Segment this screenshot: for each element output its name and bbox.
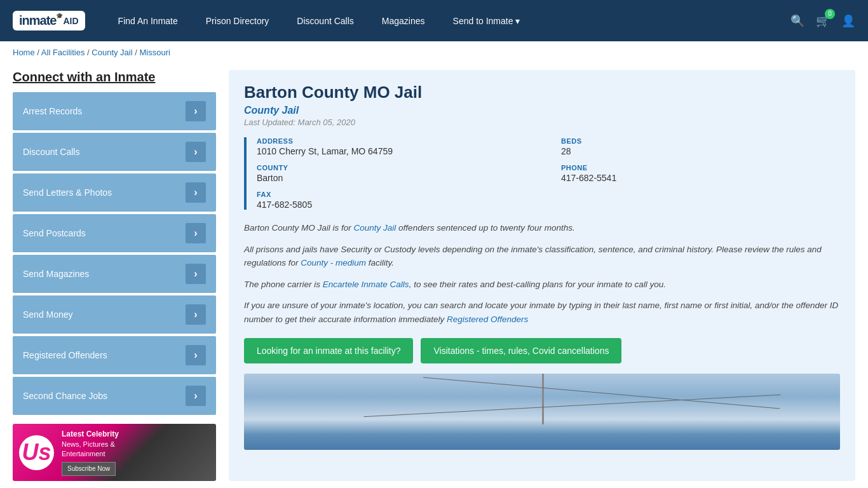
sidebar-item-label: Registered Offenders <box>23 350 107 360</box>
breadcrumb-home[interactable]: Home <box>13 48 35 57</box>
desc4-pre: If you are unsure of your inmate's locat… <box>244 301 838 324</box>
breadcrumb-state[interactable]: Missouri <box>139 48 170 57</box>
ad-banner[interactable]: Us Latest Celebrity News, Pictures & Ent… <box>13 424 216 481</box>
facility-content: Barton County MO Jail County Jail Last U… <box>229 70 855 481</box>
breadcrumb-all-facilities[interactable]: All Facilities <box>41 48 85 57</box>
arrow-icon: › <box>186 386 206 406</box>
desc-para-4: If you are unsure of your inmate's locat… <box>244 299 840 326</box>
ad-text: Latest Celebrity News, Pictures & Entert… <box>62 429 119 476</box>
facility-info-grid: ADDRESS 1010 Cherry St, Lamar, MO 64759 … <box>257 137 840 210</box>
sidebar-item-send-postcards[interactable]: Send Postcards › <box>13 214 216 252</box>
photo-wire2 <box>363 394 780 416</box>
nav-magazines[interactable]: Magazines <box>368 0 439 41</box>
sidebar-item-label: Arrest Records <box>23 106 82 116</box>
beds-block: BEDS 28 <box>561 137 840 156</box>
desc1-pre: Barton County MO Jail is for <box>244 223 354 233</box>
desc1-link[interactable]: County Jail <box>354 223 397 233</box>
desc1-post: offenders sentenced up to twenty four mo… <box>396 223 574 233</box>
sidebar-item-label: Send Money <box>23 309 73 320</box>
sidebar-item-label: Second Chance Jobs <box>23 391 107 401</box>
cart-badge: 0 <box>825 9 835 19</box>
logo-aid-text: AID <box>63 16 78 26</box>
search-icon[interactable]: 🔍 <box>790 14 804 28</box>
beds-value: 28 <box>561 146 840 156</box>
beds-label: BEDS <box>561 137 840 145</box>
arrow-icon: › <box>186 264 206 284</box>
action-buttons: Looking for an inmate at this facility? … <box>244 338 840 363</box>
county-value: Barton <box>257 173 536 183</box>
nav-discount-calls[interactable]: Discount Calls <box>283 0 367 41</box>
main-layout: Connect with an Inmate Arrest Records › … <box>0 64 868 488</box>
arrow-icon: › <box>186 304 206 325</box>
facility-last-updated: Last Updated: March 05, 2020 <box>244 118 840 127</box>
facility-description: Barton County MO Jail is for County Jail… <box>244 221 840 327</box>
main-nav: inmate 🎓 AID Find An Inmate Prison Direc… <box>0 0 868 41</box>
find-inmate-button[interactable]: Looking for an inmate at this facility? <box>244 338 413 363</box>
address-value: 1010 Cherry St, Lamar, MO 64759 <box>257 146 536 156</box>
sidebar-item-label: Send Magazines <box>23 269 89 279</box>
nav-icons: 🔍 🛒 0 👤 <box>790 14 855 28</box>
cart-icon[interactable]: 🛒 0 <box>816 14 830 28</box>
nav-send-to-inmate[interactable]: Send to Inmate ▾ <box>439 0 534 41</box>
county-block: COUNTY Barton <box>257 164 536 183</box>
user-icon[interactable]: 👤 <box>841 14 855 28</box>
desc-para-2: All prisons and jails have Security or C… <box>244 243 840 270</box>
ad-subline: News, Pictures & <box>62 440 115 448</box>
facility-photo <box>244 374 840 450</box>
desc-para-3: The phone carrier is Encartele Inmate Ca… <box>244 278 840 292</box>
arrow-icon: › <box>186 142 206 162</box>
arrow-icon: › <box>186 182 206 203</box>
sidebar-item-label: Discount Calls <box>23 147 79 157</box>
sidebar-item-label: Send Postcards <box>23 228 86 238</box>
desc3-pre: The phone carrier is <box>244 280 323 289</box>
ad-headline: Latest Celebrity <box>62 430 119 438</box>
address-block: ADDRESS 1010 Cherry St, Lamar, MO 64759 <box>257 137 536 156</box>
sidebar-item-send-letters[interactable]: Send Letters & Photos › <box>13 173 216 212</box>
fax-value: 417-682-5805 <box>257 200 536 210</box>
phone-label: PHONE <box>561 164 840 172</box>
sidebar-item-send-magazines[interactable]: Send Magazines › <box>13 255 216 293</box>
sidebar-item-discount-calls[interactable]: Discount Calls › <box>13 133 216 171</box>
desc2-link[interactable]: County - medium <box>301 258 366 268</box>
visitations-button[interactable]: Visitations - times, rules, Covid cancel… <box>421 338 621 363</box>
fax-block: FAX 417-682-5805 <box>257 191 536 210</box>
desc3-post: , to see their rates and best-calling pl… <box>409 280 666 289</box>
ad-subscribe-button[interactable]: Subscribe Now <box>62 462 116 476</box>
breadcrumb-county-jail[interactable]: County Jail <box>92 48 132 57</box>
arrow-icon: › <box>186 223 206 243</box>
sidebar-item-second-chance-jobs[interactable]: Second Chance Jobs › <box>13 377 216 415</box>
sidebar-item-registered-offenders[interactable]: Registered Offenders › <box>13 336 216 374</box>
facility-type: County Jail <box>244 105 840 116</box>
fax-label: FAX <box>257 191 536 198</box>
logo-text: inmate <box>19 13 56 28</box>
arrow-icon: › <box>186 101 206 121</box>
facility-name: Barton County MO Jail <box>244 83 840 102</box>
sidebar: Connect with an Inmate Arrest Records › … <box>13 70 216 481</box>
sidebar-item-arrest-records[interactable]: Arrest Records › <box>13 92 216 130</box>
ad-subline2: Entertainment <box>62 450 105 458</box>
nav-links: Find An Inmate Prison Directory Discount… <box>104 0 790 41</box>
desc3-link[interactable]: Encartele Inmate Calls <box>323 280 409 289</box>
photo-pole <box>542 374 544 424</box>
facility-info-section: ADDRESS 1010 Cherry St, Lamar, MO 64759 … <box>244 137 840 210</box>
ad-logo: Us <box>19 435 54 470</box>
nav-find-inmate[interactable]: Find An Inmate <box>104 0 192 41</box>
county-label: COUNTY <box>257 164 536 172</box>
arrow-icon: › <box>186 345 206 365</box>
desc4-link[interactable]: Registered Offenders <box>447 315 528 324</box>
sidebar-item-label: Send Letters & Photos <box>23 187 112 198</box>
nav-prison-directory[interactable]: Prison Directory <box>192 0 283 41</box>
desc-para-1: Barton County MO Jail is for County Jail… <box>244 221 840 235</box>
phone-block: PHONE 417-682-5541 <box>561 164 840 183</box>
address-label: ADDRESS <box>257 137 536 145</box>
logo[interactable]: inmate 🎓 AID <box>13 11 85 30</box>
breadcrumb: Home / All Facilities / County Jail / Mi… <box>0 41 868 64</box>
sidebar-title: Connect with an Inmate <box>13 70 216 85</box>
desc2-post: facility. <box>366 258 394 268</box>
sidebar-item-send-money[interactable]: Send Money › <box>13 295 216 334</box>
phone-value: 417-682-5541 <box>561 173 840 183</box>
logo-hat-icon: 🎓 <box>56 13 63 19</box>
